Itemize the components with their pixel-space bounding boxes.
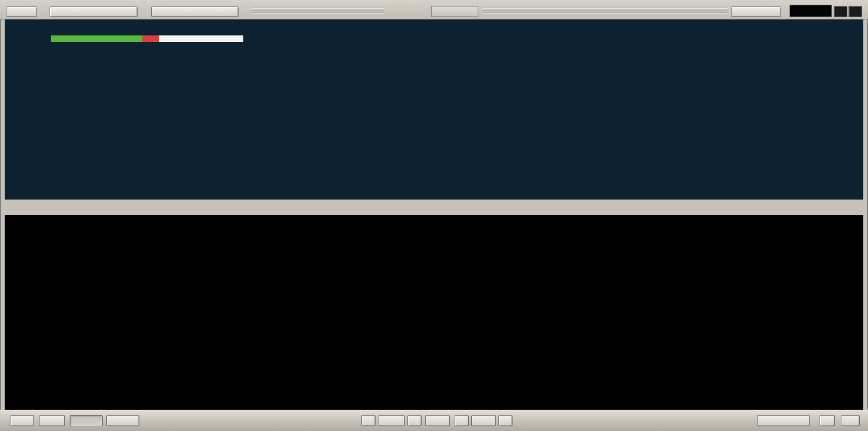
rbw-button[interactable]	[471, 415, 496, 426]
s-meter-red-fill	[142, 35, 159, 42]
step-size-display	[789, 5, 832, 17]
status-bar	[5, 394, 863, 410]
titlebar	[0, 0, 868, 19]
screenshot-button[interactable]	[151, 6, 239, 17]
sdruno-main-sp-window	[0, 0, 868, 431]
s-meter	[50, 35, 247, 50]
vfo-button[interactable]	[425, 415, 450, 426]
titlebar-grip	[483, 8, 727, 14]
wf-view-button[interactable]	[39, 415, 65, 426]
step-lock-button[interactable]	[731, 6, 781, 17]
pwr-snr-csv-button[interactable]	[50, 6, 138, 17]
s-meter-bar	[50, 35, 244, 43]
close-button[interactable]	[849, 6, 862, 17]
bottom-toolbar	[0, 410, 868, 431]
spectrum-display[interactable]	[5, 19, 863, 200]
titlebar-grip	[252, 8, 384, 14]
zoom-button[interactable]	[378, 415, 405, 426]
rbw-increase-button[interactable]	[498, 415, 513, 426]
sp-view-button[interactable]	[11, 415, 34, 426]
squelch-threshold-button[interactable]	[757, 415, 810, 426]
main-sp-label	[431, 6, 478, 17]
settings-button[interactable]	[6, 6, 37, 17]
zoom-in-button[interactable]	[407, 415, 422, 426]
zoom-out-button[interactable]	[361, 415, 376, 426]
rbw-decrease-button[interactable]	[455, 415, 469, 426]
minimize-button[interactable]	[834, 6, 847, 17]
s-meter-scale	[50, 44, 247, 50]
waterfall-display[interactable]	[5, 215, 863, 394]
frequency-scale[interactable]	[5, 200, 863, 215]
corner-resize-button[interactable]	[841, 415, 860, 426]
sp-wf-view-button[interactable]	[70, 415, 103, 426]
info-button[interactable]	[820, 415, 835, 426]
combo-view-button[interactable]	[106, 415, 139, 426]
s-meter-green-fill	[51, 35, 142, 42]
